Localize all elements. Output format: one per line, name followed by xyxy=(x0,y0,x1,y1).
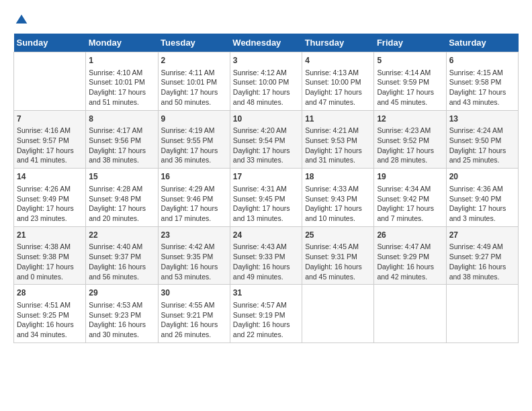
weekday-header-sunday: Sunday xyxy=(14,34,86,52)
calendar-cell: 2Sunrise: 4:11 AMSunset: 10:01 PMDayligh… xyxy=(158,52,230,111)
sunrise-text: Sunrise: 4:55 AM xyxy=(161,300,227,310)
sunset-text: Sunset: 9:33 PM xyxy=(233,252,299,262)
day-number: 31 xyxy=(233,287,299,299)
day-number: 15 xyxy=(89,171,154,183)
daylight-text: Daylight: 16 hours and 42 minutes. xyxy=(377,262,443,281)
daylight-text: Daylight: 17 hours and 45 minutes. xyxy=(377,87,443,107)
sunrise-text: Sunrise: 4:16 AM xyxy=(17,126,83,136)
sunrise-text: Sunrise: 4:12 AM xyxy=(233,68,299,78)
day-number: 7 xyxy=(17,113,83,125)
day-number: 19 xyxy=(377,171,443,183)
calendar-cell xyxy=(374,285,446,343)
daylight-text: Daylight: 17 hours and 33 minutes. xyxy=(233,146,299,165)
day-number: 22 xyxy=(89,230,154,241)
day-number: 28 xyxy=(17,287,83,299)
calendar-cell: 3Sunrise: 4:12 AMSunset: 10:00 PMDayligh… xyxy=(230,52,302,111)
calendar-cell: 13Sunrise: 4:24 AMSunset: 9:50 PMDayligh… xyxy=(446,110,518,169)
weekday-header-friday: Friday xyxy=(374,34,446,52)
weekday-header-saturday: Saturday xyxy=(446,34,518,52)
calendar-cell: 12Sunrise: 4:23 AMSunset: 9:52 PMDayligh… xyxy=(374,110,446,169)
day-number: 30 xyxy=(161,287,227,299)
calendar-cell: 17Sunrise: 4:31 AMSunset: 9:45 PMDayligh… xyxy=(230,169,302,227)
daylight-text: Daylight: 16 hours and 26 minutes. xyxy=(161,320,227,339)
day-number: 18 xyxy=(305,171,371,183)
day-number: 16 xyxy=(161,171,227,183)
calendar-cell: 31Sunrise: 4:57 AMSunset: 9:19 PMDayligh… xyxy=(230,285,302,343)
calendar-cell: 11Sunrise: 4:21 AMSunset: 9:53 PMDayligh… xyxy=(302,110,374,169)
sunset-text: Sunset: 9:29 PM xyxy=(377,252,443,262)
daylight-text: Daylight: 17 hours and 25 minutes. xyxy=(449,146,515,165)
sunrise-text: Sunrise: 4:24 AM xyxy=(449,126,515,136)
logo-icon xyxy=(15,13,28,27)
sunrise-text: Sunrise: 4:34 AM xyxy=(377,184,443,194)
sunrise-text: Sunrise: 4:31 AM xyxy=(233,184,299,194)
sunset-text: Sunset: 9:57 PM xyxy=(17,136,83,146)
day-number: 8 xyxy=(89,113,154,125)
week-row-4: 21Sunrise: 4:38 AMSunset: 9:38 PMDayligh… xyxy=(14,226,519,285)
day-number: 13 xyxy=(449,113,515,125)
daylight-text: Daylight: 17 hours and 43 minutes. xyxy=(449,87,515,107)
day-number: 26 xyxy=(377,230,443,241)
sunset-text: Sunset: 9:45 PM xyxy=(233,194,299,204)
daylight-text: Daylight: 17 hours and 47 minutes. xyxy=(305,87,371,107)
calendar-cell: 21Sunrise: 4:38 AMSunset: 9:38 PMDayligh… xyxy=(14,226,86,285)
sunset-text: Sunset: 9:23 PM xyxy=(89,310,154,320)
daylight-text: Daylight: 17 hours and 7 minutes. xyxy=(377,203,443,223)
daylight-text: Daylight: 17 hours and 38 minutes. xyxy=(89,146,154,165)
calendar-cell: 19Sunrise: 4:34 AMSunset: 9:42 PMDayligh… xyxy=(374,169,446,227)
calendar-cell: 22Sunrise: 4:40 AMSunset: 9:37 PMDayligh… xyxy=(86,226,158,285)
sunset-text: Sunset: 10:01 PM xyxy=(89,77,154,87)
sunrise-text: Sunrise: 4:33 AM xyxy=(305,184,371,194)
calendar-cell: 25Sunrise: 4:45 AMSunset: 9:31 PMDayligh… xyxy=(302,226,374,285)
sunrise-text: Sunrise: 4:57 AM xyxy=(233,300,299,310)
sunrise-text: Sunrise: 4:49 AM xyxy=(449,242,515,252)
daylight-text: Daylight: 16 hours and 45 minutes. xyxy=(305,262,371,281)
day-number: 4 xyxy=(305,55,371,66)
day-number: 1 xyxy=(89,55,154,66)
weekday-header-tuesday: Tuesday xyxy=(158,34,230,52)
calendar-cell: 18Sunrise: 4:33 AMSunset: 9:43 PMDayligh… xyxy=(302,169,374,227)
daylight-text: Daylight: 17 hours and 20 minutes. xyxy=(89,203,154,223)
sunrise-text: Sunrise: 4:11 AM xyxy=(161,68,227,78)
header xyxy=(13,13,519,27)
sunrise-text: Sunrise: 4:29 AM xyxy=(161,184,227,194)
daylight-text: Daylight: 17 hours and 36 minutes. xyxy=(161,146,227,165)
sunset-text: Sunset: 10:00 PM xyxy=(305,77,371,87)
sunrise-text: Sunrise: 4:26 AM xyxy=(17,184,83,194)
calendar-cell: 24Sunrise: 4:43 AMSunset: 9:33 PMDayligh… xyxy=(230,226,302,285)
weekday-header-thursday: Thursday xyxy=(302,34,374,52)
daylight-text: Daylight: 16 hours and 34 minutes. xyxy=(17,320,83,339)
calendar-cell: 5Sunrise: 4:14 AMSunset: 9:59 PMDaylight… xyxy=(374,52,446,111)
sunset-text: Sunset: 9:40 PM xyxy=(449,194,515,204)
calendar-cell: 16Sunrise: 4:29 AMSunset: 9:46 PMDayligh… xyxy=(158,169,230,227)
day-number: 14 xyxy=(17,171,83,183)
day-number: 29 xyxy=(89,287,154,299)
sunset-text: Sunset: 9:31 PM xyxy=(305,252,371,262)
sunrise-text: Sunrise: 4:14 AM xyxy=(377,68,443,78)
calendar-cell: 4Sunrise: 4:13 AMSunset: 10:00 PMDayligh… xyxy=(302,52,374,111)
daylight-text: Daylight: 17 hours and 41 minutes. xyxy=(17,146,83,165)
daylight-text: Daylight: 16 hours and 49 minutes. xyxy=(233,262,299,281)
sunset-text: Sunset: 9:43 PM xyxy=(305,194,371,204)
weekday-header-monday: Monday xyxy=(86,34,158,52)
daylight-text: Daylight: 17 hours and 17 minutes. xyxy=(161,203,227,223)
week-row-5: 28Sunrise: 4:51 AMSunset: 9:25 PMDayligh… xyxy=(14,285,519,343)
sunset-text: Sunset: 10:01 PM xyxy=(161,77,227,87)
daylight-text: Daylight: 17 hours and 0 minutes. xyxy=(17,262,83,281)
sunrise-text: Sunrise: 4:53 AM xyxy=(89,300,154,310)
daylight-text: Daylight: 17 hours and 23 minutes. xyxy=(17,203,83,223)
week-row-2: 7Sunrise: 4:16 AMSunset: 9:57 PMDaylight… xyxy=(14,110,519,169)
sunrise-text: Sunrise: 4:45 AM xyxy=(305,242,371,252)
week-row-1: 1Sunrise: 4:10 AMSunset: 10:01 PMDayligh… xyxy=(14,52,519,111)
sunrise-text: Sunrise: 4:15 AM xyxy=(449,68,515,78)
day-number: 21 xyxy=(17,230,83,241)
sunset-text: Sunset: 9:42 PM xyxy=(377,194,443,204)
daylight-text: Daylight: 16 hours and 38 minutes. xyxy=(449,262,515,281)
sunrise-text: Sunrise: 4:19 AM xyxy=(161,126,227,136)
calendar-cell: 27Sunrise: 4:49 AMSunset: 9:27 PMDayligh… xyxy=(446,226,518,285)
calendar-cell xyxy=(302,285,374,343)
calendar-cell: 30Sunrise: 4:55 AMSunset: 9:21 PMDayligh… xyxy=(158,285,230,343)
daylight-text: Daylight: 16 hours and 56 minutes. xyxy=(89,262,154,281)
calendar-cell: 9Sunrise: 4:19 AMSunset: 9:55 PMDaylight… xyxy=(158,110,230,169)
day-number: 25 xyxy=(305,230,371,241)
